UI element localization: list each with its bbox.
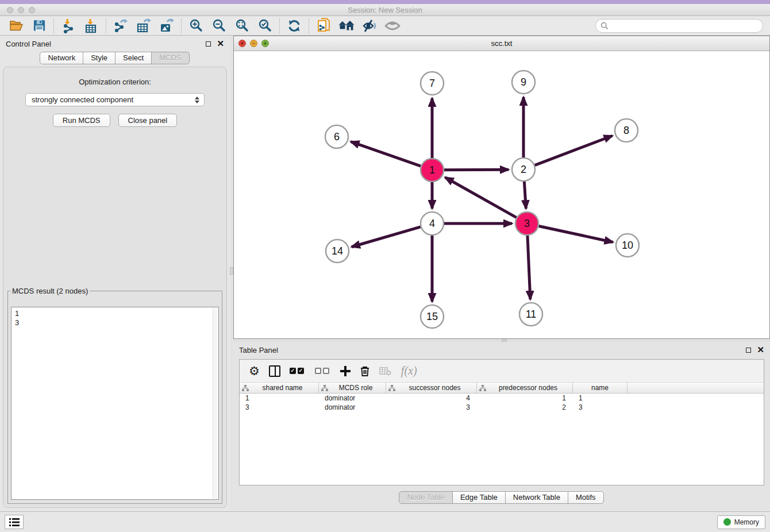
table-row[interactable]: 1 dominator 4 1 1 bbox=[240, 394, 764, 403]
graph-node-11[interactable]: 11 bbox=[519, 303, 542, 326]
column-header-predecessor-nodes[interactable]: predecessor nodes bbox=[477, 383, 573, 393]
run-mcds-button[interactable]: Run MCDS bbox=[53, 114, 110, 127]
toolbar-separator bbox=[106, 18, 106, 33]
mcds-result-title: MCDS result (2 nodes) bbox=[10, 287, 90, 295]
close-panel-button[interactable]: Close panel bbox=[118, 114, 178, 127]
export-image-button[interactable] bbox=[155, 17, 178, 34]
zoom-fit-button[interactable] bbox=[230, 17, 253, 34]
graph-node-4[interactable]: 4 bbox=[421, 212, 444, 235]
tab-select[interactable]: Select bbox=[115, 52, 152, 64]
graph-node-3[interactable]: 3 bbox=[515, 212, 538, 235]
column-header-mcds-role[interactable]: MCDS role bbox=[319, 383, 386, 393]
column-header-successor-nodes[interactable]: successor nodes bbox=[386, 383, 477, 393]
zoom-in-button[interactable] bbox=[184, 17, 207, 34]
export-table-button[interactable] bbox=[132, 17, 155, 34]
graph-node-1[interactable]: 1 bbox=[421, 159, 444, 182]
tab-network[interactable]: Network bbox=[40, 52, 83, 64]
save-session-button[interactable] bbox=[28, 17, 51, 34]
column-header-shared-name[interactable]: shared name bbox=[240, 383, 319, 393]
control-panel-tabs: Network Style Select MCDS bbox=[0, 52, 230, 64]
tab-node-table[interactable]: Node Table bbox=[399, 491, 453, 504]
float-panel-icon[interactable] bbox=[746, 348, 751, 353]
result-scrollbar[interactable] bbox=[213, 308, 218, 499]
table-row[interactable]: 3 dominator 3 2 3 bbox=[240, 403, 764, 412]
graph-node-label: 14 bbox=[332, 245, 343, 257]
graph-node-15[interactable]: 15 bbox=[421, 305, 444, 328]
open-session-button[interactable] bbox=[5, 17, 28, 34]
cell-name: 3 bbox=[573, 403, 627, 411]
import-table-button[interactable] bbox=[80, 17, 103, 34]
search-field[interactable] bbox=[595, 19, 763, 33]
home-layout-button[interactable] bbox=[335, 17, 358, 34]
delete-column-icon[interactable] bbox=[360, 364, 370, 379]
memory-button[interactable]: Memory bbox=[717, 515, 765, 529]
graph-edge-2-3[interactable] bbox=[524, 182, 526, 209]
network-window-titlebar: × − + scc.txt bbox=[234, 36, 769, 51]
network-close-button[interactable]: × bbox=[238, 40, 246, 47]
hide-graphics-button[interactable] bbox=[358, 17, 381, 34]
graph-edge-2-8[interactable] bbox=[535, 136, 613, 165]
network-graph[interactable]: 7968124314101511 bbox=[234, 51, 769, 338]
refresh-layout-icon bbox=[287, 19, 301, 33]
network-window-title: scc.txt bbox=[234, 39, 769, 48]
graph-node-8[interactable]: 8 bbox=[615, 119, 638, 142]
main-area: Control Panel ✕ Network Style Select MCD… bbox=[0, 36, 770, 511]
tab-edge-table[interactable]: Edge Table bbox=[452, 491, 506, 504]
export-table-icon bbox=[136, 18, 151, 33]
toolbar-separator bbox=[181, 18, 182, 33]
search-input[interactable] bbox=[611, 21, 758, 30]
mcds-result-textarea[interactable]: 1 3 bbox=[11, 307, 219, 500]
mcds-result-fieldset: MCDS result (2 nodes) 1 3 bbox=[7, 287, 222, 504]
graph-node-10[interactable]: 10 bbox=[616, 234, 639, 257]
tab-network-table[interactable]: Network Table bbox=[505, 491, 568, 504]
tab-motifs[interactable]: Motifs bbox=[568, 491, 604, 504]
task-history-button[interactable] bbox=[5, 515, 24, 529]
export-network-button[interactable] bbox=[109, 17, 132, 34]
optimization-criterion-label: Optimization criterion: bbox=[3, 78, 226, 86]
zoom-out-button[interactable] bbox=[207, 17, 230, 34]
graph-edge-3-11[interactable] bbox=[528, 236, 530, 299]
graph-edge-1-2[interactable] bbox=[444, 169, 509, 170]
network-minimize-button[interactable]: − bbox=[250, 40, 257, 47]
column-sort-icon bbox=[321, 385, 328, 391]
float-panel-icon[interactable] bbox=[206, 41, 211, 47]
graph-node-label: 10 bbox=[622, 240, 633, 251]
graph-edge-3-10[interactable] bbox=[539, 226, 613, 242]
graph-node-2[interactable]: 2 bbox=[512, 158, 535, 181]
graph-node-14[interactable]: 14 bbox=[326, 240, 349, 263]
toolbar-separator bbox=[53, 18, 54, 33]
cell-mcds-role: dominator bbox=[319, 403, 386, 411]
graph-node-7[interactable]: 7 bbox=[421, 72, 444, 95]
import-network-button[interactable] bbox=[57, 17, 80, 34]
settings-gear-icon[interactable]: ⚙ bbox=[249, 364, 260, 379]
column-sort-icon bbox=[388, 385, 395, 391]
clone-network-button[interactable] bbox=[312, 17, 335, 34]
tab-style[interactable]: Style bbox=[83, 52, 116, 64]
add-column-icon[interactable] bbox=[340, 364, 351, 379]
select-all-icon[interactable]: ✓✓ bbox=[290, 364, 306, 379]
graph-node-6[interactable]: 6 bbox=[325, 125, 348, 148]
graph-edge-3-1[interactable] bbox=[445, 178, 517, 218]
zoom-selected-icon bbox=[258, 18, 272, 33]
criterion-select[interactable]: strongly connected component bbox=[25, 93, 205, 106]
show-column-icon[interactable] bbox=[269, 364, 280, 379]
network-zoom-button[interactable]: + bbox=[261, 40, 269, 47]
refresh-layout-button[interactable] bbox=[283, 17, 306, 34]
titlebar: Session: New Session bbox=[0, 4, 770, 16]
column-header-name[interactable]: name bbox=[573, 383, 627, 393]
show-graphics-button[interactable] bbox=[381, 17, 404, 34]
deselect-all-icon[interactable] bbox=[315, 364, 331, 379]
export-network-icon bbox=[113, 18, 128, 33]
graph-edge-4-14[interactable] bbox=[352, 227, 421, 247]
graph-node-label: 4 bbox=[429, 218, 435, 229]
close-panel-icon[interactable]: ✕ bbox=[217, 41, 224, 47]
cell-mcds-role: dominator bbox=[319, 394, 386, 402]
graph-node-label: 2 bbox=[521, 164, 526, 175]
zoom-selected-button[interactable] bbox=[253, 17, 276, 34]
close-panel-icon[interactable]: ✕ bbox=[757, 347, 764, 353]
graph-node-9[interactable]: 9 bbox=[512, 71, 535, 94]
graph-edge-1-6[interactable] bbox=[351, 142, 421, 166]
tab-mcds[interactable]: MCDS bbox=[151, 52, 189, 64]
network-canvas[interactable]: 7968124314101511 bbox=[234, 51, 769, 338]
splitter-handle[interactable] bbox=[230, 267, 233, 275]
